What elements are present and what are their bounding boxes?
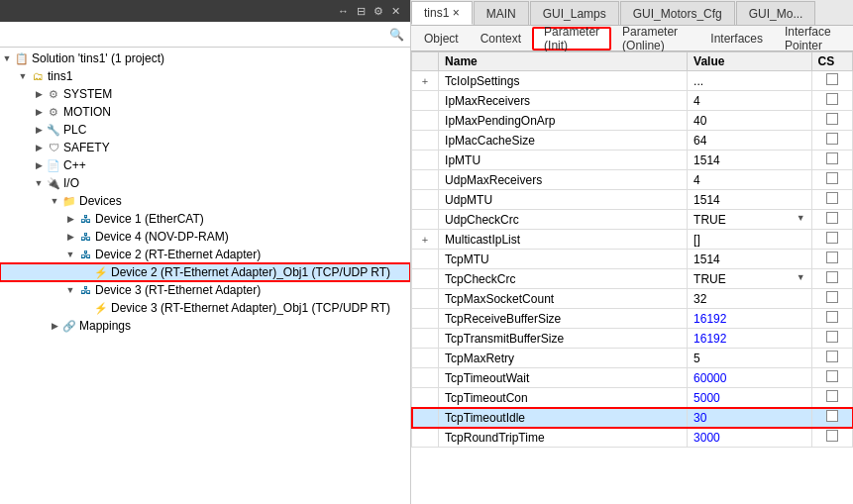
close-icon[interactable]: ✕ (389, 5, 402, 18)
secondary-tab-object[interactable]: Object (413, 27, 470, 50)
table-row[interactable]: TcpRoundTripTime3000 (412, 428, 853, 448)
expander-icon[interactable]: ▼ (48, 196, 61, 206)
name-cell: TcpMaxRetry (439, 349, 688, 368)
table-row[interactable]: TcpTimeoutIdle30 (412, 408, 853, 428)
expander-icon[interactable]: ▼ (63, 285, 77, 295)
tree-item-solution[interactable]: ▼📋Solution 'tins1' (1 project) (0, 50, 410, 67)
table-row[interactable]: TcpTimeoutWait60000 (412, 368, 853, 388)
expander-icon[interactable]: ▶ (32, 143, 46, 152)
primary-tab-guilamps[interactable]: GUI_Lamps (530, 1, 619, 25)
table-row[interactable]: UdpMaxReceivers4 (412, 170, 853, 190)
pin-icon[interactable]: ↔ (336, 5, 351, 17)
expander-icon[interactable]: ▶ (48, 321, 61, 331)
dock-icon[interactable]: ⊟ (355, 5, 368, 18)
secondary-tab-paramInit[interactable]: Parameter (Init) (532, 27, 611, 50)
table-row[interactable]: IpMTU1514 (412, 151, 853, 170)
tree-item-device3obj1[interactable]: ⚡Device 3 (RT-Ethernet Adapter)_Obj1 (TC… (0, 299, 410, 317)
table-row[interactable]: TcpReceiveBufferSize16192 (412, 309, 853, 329)
primary-tab-guimo2[interactable]: GUI_Mo... (736, 1, 816, 25)
table-row[interactable]: IpMaxPendingOnArp40 (412, 111, 853, 131)
dropdown-arrow-icon[interactable]: ▼ (797, 272, 805, 282)
expand-cell[interactable]: + (412, 71, 439, 91)
tree-item-device2[interactable]: ▼🖧Device 2 (RT-Ethernet Adapter) (0, 246, 410, 263)
table-row[interactable]: TcpCheckCrcTRUE▼ (412, 269, 853, 289)
cs-checkbox[interactable] (826, 113, 838, 125)
cs-checkbox[interactable] (826, 252, 838, 263)
tree-item-device3[interactable]: ▼🖧Device 3 (RT-Ethernet Adapter) (0, 281, 410, 299)
cs-checkbox[interactable] (826, 192, 838, 204)
expander-icon[interactable]: ▶ (32, 125, 46, 135)
cs-checkbox[interactable] (826, 351, 838, 362)
value-cell[interactable]: TRUE▼ (688, 269, 812, 289)
tree-item-io[interactable]: ▼🔌I/O (0, 174, 410, 192)
secondary-tab-paramOnline[interactable]: Parameter (Online) (611, 27, 699, 50)
cs-cell (811, 170, 852, 190)
cs-checkbox[interactable] (826, 291, 838, 303)
primary-tab-main[interactable]: MAIN (474, 1, 529, 25)
search-input[interactable] (6, 29, 385, 41)
expander-icon[interactable]: ▶ (32, 160, 46, 170)
table-row[interactable]: UdpCheckCrcTRUE▼ (412, 210, 853, 230)
table-row[interactable]: +MulticastIpList[] (412, 230, 853, 250)
tree-item-motion[interactable]: ▶⚙MOTION (0, 103, 410, 121)
table-row[interactable]: TcpMaxSocketCount32 (412, 289, 853, 309)
expander-icon[interactable]: ▶ (63, 232, 77, 242)
cs-checkbox[interactable] (826, 390, 838, 402)
tree-item-devices[interactable]: ▼📁Devices (0, 192, 410, 210)
cs-checkbox[interactable] (826, 212, 838, 224)
table-row[interactable]: +TcIoIpSettings... (412, 71, 853, 91)
cs-checkbox[interactable] (826, 370, 838, 382)
cs-checkbox[interactable] (826, 331, 838, 343)
primary-tab-guimotors[interactable]: GUI_Motors_Cfg (620, 1, 735, 25)
expander-icon[interactable]: ▼ (32, 178, 46, 188)
cs-checkbox[interactable] (826, 271, 838, 283)
settings-icon[interactable]: ⚙ (372, 5, 385, 18)
secondary-tab-interfaces[interactable]: Interfaces (699, 27, 774, 50)
dropdown-arrow-icon[interactable]: ▼ (797, 213, 805, 223)
table-row[interactable]: IpMaxReceivers4 (412, 91, 853, 111)
tree-item-plc[interactable]: ▶🔧PLC (0, 121, 410, 139)
cs-checkbox[interactable] (826, 152, 838, 164)
item-icon-io: 🔌 (46, 177, 61, 190)
cs-checkbox[interactable] (826, 172, 838, 184)
tree-item-device1[interactable]: ▶🖧Device 1 (EtherCAT) (0, 210, 410, 228)
tree-item-cpp[interactable]: ▶📄C++ (0, 156, 410, 174)
secondary-tab-interfacePointer[interactable]: Interface Pointer (774, 27, 853, 50)
expander-icon[interactable]: ▶ (63, 214, 77, 224)
expander-icon[interactable]: ▼ (0, 53, 14, 63)
expander-icon[interactable]: ▼ (63, 250, 77, 259)
table-row[interactable]: UdpMTU1514 (412, 190, 853, 210)
table-row[interactable]: TcpTransmitBufferSize16192 (412, 329, 853, 349)
table-row[interactable]: TcpMaxRetry5 (412, 349, 853, 368)
item-label-cpp: C++ (63, 158, 86, 172)
cs-checkbox[interactable] (826, 232, 838, 244)
item-icon-device3: 🖧 (77, 284, 93, 296)
cs-cell (811, 408, 852, 428)
tree-item-tins1[interactable]: ▼🗂tins1 (0, 67, 410, 85)
tree-item-safety[interactable]: ▶🛡SAFETY (0, 139, 410, 156)
expander-icon[interactable]: ▶ (32, 89, 46, 99)
cs-checkbox[interactable] (826, 410, 838, 422)
cs-checkbox[interactable] (826, 133, 838, 145)
table-area: NameValueCS +TcIoIpSettings...IpMaxRecei… (411, 51, 853, 504)
primary-tab-tins1[interactable]: tins1 × (411, 1, 473, 25)
value-cell: 16192 (688, 329, 812, 349)
expand-cell[interactable]: + (412, 230, 439, 250)
value-cell: 40 (688, 111, 812, 131)
tree-item-device2obj1[interactable]: ⚡Device 2 (RT-Ethernet Adapter)_Obj1 (TC… (0, 263, 410, 281)
tree-item-system[interactable]: ▶⚙SYSTEM (0, 85, 410, 103)
table-row[interactable]: TcpTimeoutCon5000 (412, 388, 853, 408)
cs-checkbox[interactable] (826, 430, 838, 442)
tree-item-mappings[interactable]: ▶🔗Mappings (0, 317, 410, 335)
table-row[interactable]: IpMacCacheSize64 (412, 131, 853, 151)
tree-item-device4[interactable]: ▶🖧Device 4 (NOV-DP-RAM) (0, 228, 410, 246)
cs-checkbox[interactable] (826, 311, 838, 323)
expander-icon[interactable]: ▶ (32, 107, 46, 117)
secondary-tab-context[interactable]: Context (470, 27, 532, 50)
value-cell[interactable]: TRUE▼ (688, 210, 812, 230)
cs-checkbox[interactable] (826, 93, 838, 105)
expander-icon[interactable]: ▼ (16, 71, 30, 81)
cs-checkbox[interactable] (826, 73, 838, 85)
table-row[interactable]: TcpMTU1514 (412, 250, 853, 269)
col-header-value: Value (688, 52, 812, 71)
